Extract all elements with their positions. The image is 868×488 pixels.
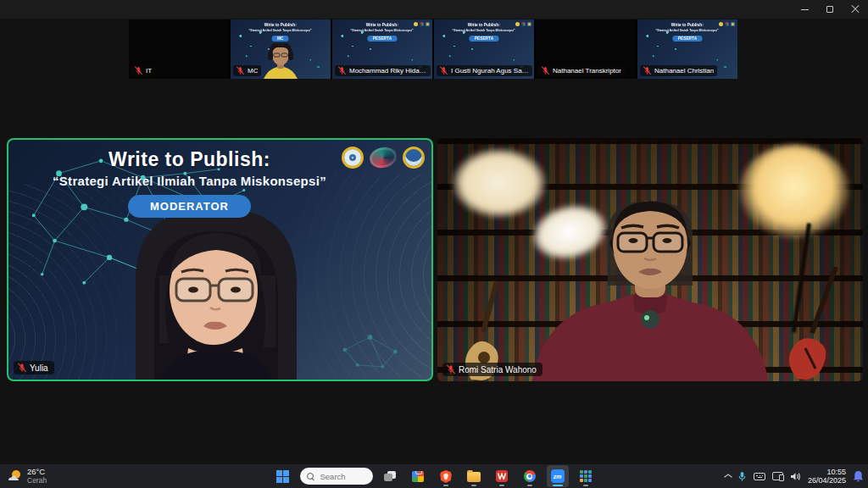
- event-subtitle-mini: “Strategi Artikel Ilmiah Tanpa Miskonsep…: [453, 29, 515, 32]
- weather-sun-cloud-icon: [7, 469, 22, 483]
- taskbar-center: zm: [272, 464, 597, 488]
- tray-microphone-icon[interactable]: [737, 471, 747, 482]
- desktop: IT Write to Publish: “Strategi Artikel I…: [0, 0, 868, 488]
- windows-taskbar: 26°C Cerah: [0, 464, 868, 488]
- microsoft-store-button[interactable]: [407, 465, 429, 487]
- taskbar-search[interactable]: [300, 468, 373, 485]
- close-button[interactable]: [843, 0, 868, 19]
- running-indicator: [443, 485, 448, 486]
- participant-name: MC: [248, 67, 258, 75]
- thumbnail-nathanael-transkriptor[interactable]: Nathanael Transkriptor: [536, 19, 636, 79]
- tray-clock[interactable]: 10:55 26/04/2025: [808, 468, 846, 485]
- speaker-video-person: [506, 184, 794, 381]
- participant-name-tag: Nathanael Transkriptor: [538, 65, 625, 76]
- mic-off-icon: [643, 66, 652, 75]
- event-subtitle-mini: “Strategi Artikel Ilmiah Tanpa Miskonsep…: [656, 29, 719, 32]
- role-badge: MC: [272, 36, 289, 42]
- tray-network-display-icon[interactable]: [772, 472, 783, 480]
- event-logos-mini: [515, 22, 531, 26]
- moderator-badge: MODERATOR: [128, 195, 251, 218]
- mic-off-icon: [236, 66, 245, 75]
- running-indicator: [527, 485, 532, 486]
- minimize-button[interactable]: [792, 0, 817, 19]
- windows-logo-icon: [276, 470, 289, 483]
- weather-texts: 26°C Cerah: [27, 468, 47, 485]
- role-badge: PESERTA: [672, 36, 702, 42]
- role-badge: PESERTA: [367, 36, 397, 42]
- folder-icon: [467, 472, 481, 482]
- zoom-app-button[interactable]: zm: [547, 465, 569, 487]
- logo-icon: [426, 22, 430, 26]
- chrome-button[interactable]: [519, 465, 541, 487]
- task-view-button[interactable]: [379, 465, 401, 487]
- event-logos-mini: [414, 22, 430, 26]
- participant-name: Yulia: [30, 363, 48, 373]
- wps-office-button[interactable]: [491, 465, 513, 487]
- notification-bell-icon[interactable]: [853, 470, 864, 482]
- partner-logo-icon: [403, 147, 425, 169]
- organizer-logo-icon: [368, 145, 398, 170]
- logo-icon: [414, 22, 418, 26]
- participant-name: Mochammad Riky Hidayat: [349, 67, 427, 75]
- logo-icon: [719, 22, 723, 26]
- active-running-indicator: [553, 485, 563, 486]
- event-subtitle-mini: “Strategi Artikel Ilmiah Tanpa Miskonsep…: [249, 29, 312, 32]
- logo-icon: [521, 22, 526, 26]
- event-title-mini: Write to Publish:: [468, 23, 500, 27]
- maximize-icon: [826, 6, 833, 13]
- weather-temperature: 26°C: [27, 468, 47, 476]
- event-subtitle-mini: “Strategi Artikel Ilmiah Tanpa Miskonsep…: [351, 29, 414, 32]
- tray-keyboard-icon[interactable]: [754, 473, 765, 480]
- brave-icon: [440, 470, 452, 483]
- speaker-name-tag: Romi Satria Wahono: [442, 363, 542, 376]
- participant-name: IT: [146, 67, 152, 75]
- video-tile-speaker[interactable]: Romi Satria Wahono: [437, 138, 863, 381]
- maximize-button[interactable]: [817, 0, 843, 19]
- participant-name-tag: Nathanael Christian: [640, 65, 717, 76]
- mic-off-icon: [134, 66, 143, 75]
- tray-speaker-icon[interactable]: [790, 472, 801, 481]
- participant-name-tag: Mochammad Riky Hidayat: [335, 65, 431, 76]
- search-input[interactable]: [319, 471, 366, 482]
- event-title-mini: Write to Publish:: [366, 23, 398, 27]
- participant-name-tag: I Gusti Ngurah Agus Satria Wiba...: [437, 65, 532, 76]
- participant-name: Nathanael Transkriptor: [553, 67, 621, 75]
- mic-off-icon: [446, 364, 456, 374]
- thumbnail-igusti[interactable]: Write to Publish: “Strategi Artikel Ilmi…: [434, 19, 534, 79]
- thumbnail-mochammad[interactable]: Write to Publish: “Strategi Artikel Ilmi…: [332, 19, 432, 79]
- brave-browser-button[interactable]: [435, 465, 457, 487]
- logo-icon: [515, 22, 520, 26]
- file-explorer-button[interactable]: [463, 465, 485, 487]
- moderator-video-person: [110, 191, 322, 381]
- event-title: Write to Publish:: [20, 148, 359, 171]
- tray-chevron-up-icon[interactable]: [724, 473, 731, 480]
- thumbnail-mc[interactable]: Write to Publish: “Strategi Artikel Ilmi…: [231, 19, 331, 79]
- minimize-icon: [801, 9, 809, 10]
- mic-off-icon: [439, 66, 448, 75]
- weather-condition: Cerah: [27, 477, 47, 485]
- logo-icon: [420, 22, 424, 26]
- mic-off-icon: [17, 363, 27, 373]
- event-header: Write to Publish: “Strategi Artikel Ilmi…: [20, 148, 359, 218]
- weather-widget[interactable]: 26°C Cerah: [7, 464, 47, 488]
- role-badge: PESERTA: [469, 36, 498, 42]
- office-grid-button[interactable]: [575, 465, 597, 487]
- search-icon: [307, 473, 314, 480]
- thumbnail-nathanael-christian[interactable]: Write to Publish: “Strategi Artikel Ilmi…: [637, 19, 737, 79]
- tray-time: 10:55: [826, 468, 846, 476]
- active-speaker-name-tag: Yulia: [14, 361, 54, 374]
- thumbnail-it[interactable]: IT: [129, 19, 229, 79]
- participant-name: Nathanael Christian: [654, 67, 714, 75]
- video-tile-moderator[interactable]: Write to Publish: “Strategi Artikel Ilmi…: [7, 138, 433, 381]
- event-logos-mini: [719, 22, 735, 26]
- chrome-icon: [524, 470, 536, 482]
- tray-date: 26/04/2025: [808, 476, 846, 485]
- participant-name-tag: MC: [233, 65, 261, 76]
- store-icon: [412, 471, 424, 482]
- participant-name: I Gusti Ngurah Agus Satria Wiba...: [451, 67, 529, 75]
- task-view-icon: [384, 471, 396, 481]
- start-button[interactable]: [272, 465, 294, 487]
- grid-app-icon: [580, 470, 592, 482]
- participant-thumbnail-strip: IT Write to Publish: “Strategi Artikel I…: [129, 19, 737, 79]
- close-icon: [851, 5, 860, 14]
